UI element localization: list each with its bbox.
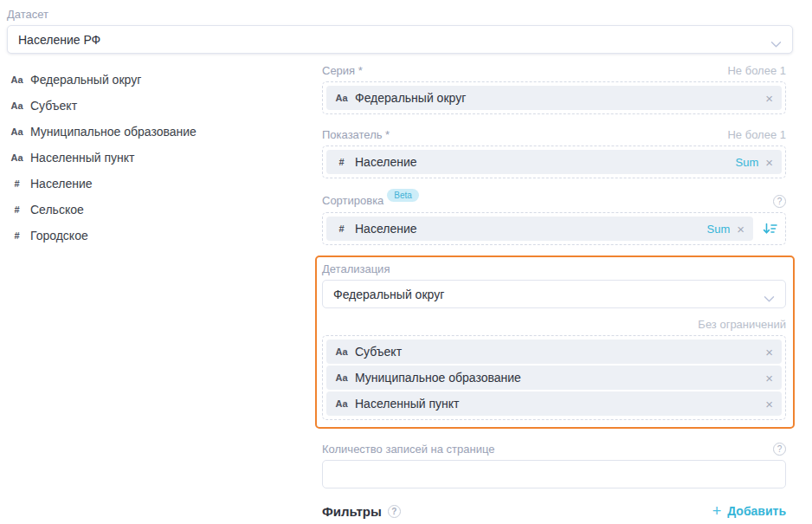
detail-limit-hint: Без ограничений <box>322 318 786 331</box>
field-name: Население <box>30 177 93 191</box>
field-name: Сельское <box>30 203 84 217</box>
add-filter-button[interactable]: + Добавить <box>712 503 786 519</box>
field-item[interactable]: Aa Федеральный округ <box>10 67 322 93</box>
field-name: Субъект <box>30 99 77 113</box>
series-label: Серия * <box>322 64 363 77</box>
text-type-icon: Aa <box>335 346 348 357</box>
field-item[interactable]: # Городское <box>10 223 322 249</box>
plus-icon: + <box>712 503 722 519</box>
series-limit-hint: Не более 1 <box>727 64 786 77</box>
chevron-down-icon <box>764 292 775 306</box>
field-name: Городское <box>30 229 88 243</box>
config-panel: Серия * Не более 1 Aa Федеральный округ … <box>322 54 786 519</box>
field-name: Муниципальное образование <box>30 125 197 139</box>
text-type-icon: Aa <box>10 100 23 111</box>
detail-section-highlight: Детализация Федеральный округ Без ограни… <box>315 256 795 429</box>
dataset-label: Датасет <box>7 8 793 21</box>
beta-badge: Beta <box>387 189 419 202</box>
dataset-select-value: Население РФ <box>18 33 100 47</box>
help-icon[interactable]: ? <box>388 505 401 518</box>
chip-name: Населенный пункт <box>355 397 758 411</box>
detail-chip[interactable]: Aa Субъект × <box>326 340 782 364</box>
aggregation-badge[interactable]: Sum <box>707 223 731 236</box>
number-type-icon: # <box>10 178 23 189</box>
measure-label: Показатель * <box>322 128 390 141</box>
measure-section: Показатель * Не более 1 # Население Sum … <box>322 128 786 178</box>
chip-name: Муниципальное образование <box>355 371 758 385</box>
field-item[interactable]: Aa Муниципальное образование <box>10 119 322 145</box>
text-type-icon: Aa <box>10 74 23 85</box>
measure-chip[interactable]: # Население Sum × <box>326 150 782 174</box>
measure-limit-hint: Не более 1 <box>727 128 786 141</box>
sort-dropzone[interactable]: # Население Sum × <box>322 212 786 245</box>
close-icon[interactable]: × <box>765 398 773 411</box>
filters-section: Фильтры ? + Добавить <box>322 503 786 519</box>
detail-dropzone[interactable]: Aa Субъект × Aa Муниципальное образовани… <box>322 335 786 420</box>
sort-label: Сортировка <box>322 194 383 207</box>
chip-name: Субъект <box>355 345 758 359</box>
dataset-section: Датасет Население РФ <box>7 8 793 54</box>
sort-section: СортировкаBeta ? # Население Sum × <box>322 192 786 245</box>
text-type-icon: Aa <box>10 126 23 137</box>
series-dropzone[interactable]: Aa Федеральный округ × <box>322 81 786 114</box>
chip-name: Федеральный округ <box>355 91 758 105</box>
series-section: Серия * Не более 1 Aa Федеральный округ … <box>322 64 786 114</box>
close-icon[interactable]: × <box>765 92 773 105</box>
detail-label: Детализация <box>322 262 786 275</box>
close-icon[interactable]: × <box>737 223 744 236</box>
text-type-icon: Aa <box>335 93 348 103</box>
field-item[interactable]: # Сельское <box>10 197 322 223</box>
number-type-icon: # <box>335 157 348 167</box>
close-icon[interactable]: × <box>765 156 773 169</box>
number-type-icon: # <box>335 223 348 234</box>
page-size-label: Количество записей на странице <box>322 443 494 456</box>
sort-chip[interactable]: # Население Sum × <box>326 217 753 241</box>
page-size-input[interactable] <box>322 460 786 488</box>
field-name: Населенный пункт <box>30 151 134 165</box>
text-type-icon: Aa <box>335 372 348 383</box>
text-type-icon: Aa <box>10 152 23 163</box>
chip-name: Население <box>355 222 700 236</box>
series-chip[interactable]: Aa Федеральный округ × <box>326 86 782 110</box>
aggregation-badge[interactable]: Sum <box>736 156 759 169</box>
detail-chip[interactable]: Aa Населенный пункт × <box>326 391 782 416</box>
page-size-section: Количество записей на странице ? <box>322 443 786 488</box>
main-area: Aa Федеральный округ Aa Субъект Aa Муниц… <box>0 54 812 519</box>
field-name: Федеральный округ <box>30 73 141 87</box>
help-icon[interactable]: ? <box>773 195 786 208</box>
detail-select[interactable]: Федеральный округ <box>322 280 786 308</box>
number-type-icon: # <box>10 230 23 241</box>
text-type-icon: Aa <box>335 398 348 409</box>
chevron-down-icon <box>770 37 782 51</box>
dataset-select[interactable]: Население РФ <box>7 25 793 54</box>
filters-label: Фильтры <box>322 504 382 519</box>
detail-chip[interactable]: Aa Муниципальное образование × <box>326 366 782 390</box>
close-icon[interactable]: × <box>765 372 773 385</box>
sort-descending-icon[interactable] <box>763 223 777 236</box>
close-icon[interactable]: × <box>765 346 773 359</box>
chip-name: Население <box>355 155 729 169</box>
add-filter-label: Добавить <box>727 504 786 518</box>
number-type-icon: # <box>10 204 23 215</box>
measure-dropzone[interactable]: # Население Sum × <box>322 146 786 178</box>
field-item[interactable]: # Население <box>10 171 322 197</box>
field-item[interactable]: Aa Субъект <box>10 93 322 119</box>
help-icon[interactable]: ? <box>773 443 786 456</box>
detail-select-value: Федеральный округ <box>333 288 444 301</box>
fields-panel: Aa Федеральный округ Aa Субъект Aa Муниц… <box>0 54 322 519</box>
field-item[interactable]: Aa Населенный пункт <box>10 145 322 171</box>
